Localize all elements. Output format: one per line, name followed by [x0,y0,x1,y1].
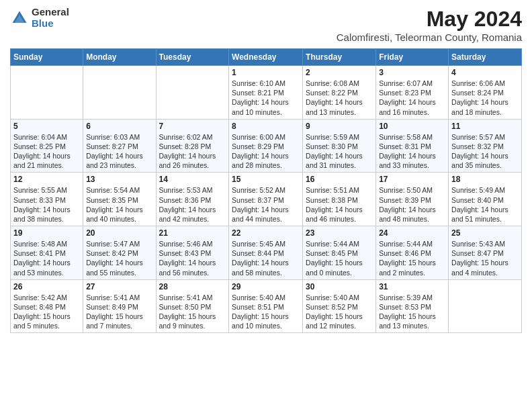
week-row-1: 5Sunrise: 6:04 AMSunset: 8:25 PMDaylight… [11,119,522,173]
day-info: Sunrise: 5:49 AMSunset: 8:40 PMDaylight:… [451,185,519,224]
day-info: Sunrise: 5:57 AMSunset: 8:32 PMDaylight:… [451,132,519,171]
calendar-cell: 21Sunrise: 5:46 AMSunset: 8:43 PMDayligh… [156,226,229,280]
calendar-cell: 6Sunrise: 6:03 AMSunset: 8:27 PMDaylight… [83,119,156,173]
day-number: 19 [13,228,80,238]
day-info: Sunrise: 5:40 AMSunset: 8:52 PMDaylight:… [306,293,373,331]
header-day-sunday: Sunday [11,49,83,66]
calendar-cell: 13Sunrise: 5:54 AMSunset: 8:35 PMDayligh… [83,173,156,226]
day-number: 3 [379,68,445,77]
day-info: Sunrise: 6:02 AMSunset: 8:28 PMDaylight:… [159,132,226,171]
day-info: Sunrise: 5:40 AMSunset: 8:51 PMDaylight:… [232,293,300,331]
calendar-cell: 5Sunrise: 6:04 AMSunset: 8:25 PMDaylight… [11,119,83,173]
day-number: 31 [379,282,445,291]
day-info: Sunrise: 5:44 AMSunset: 8:46 PMDaylight:… [379,239,445,277]
week-row-3: 19Sunrise: 5:48 AMSunset: 8:41 PMDayligh… [11,226,522,280]
calendar-cell [11,66,83,120]
calendar-header: SundayMondayTuesdayWednesdayThursdayFrid… [11,49,522,66]
day-info: Sunrise: 5:51 AMSunset: 8:38 PMDaylight:… [306,185,373,224]
day-info: Sunrise: 5:50 AMSunset: 8:39 PMDaylight:… [379,185,445,224]
day-info: Sunrise: 5:54 AMSunset: 8:35 PMDaylight:… [86,185,152,224]
calendar-cell: 25Sunrise: 5:43 AMSunset: 8:47 PMDayligh… [449,226,522,280]
page-header: General Blue May 2024 Calomfiresti, Tele… [10,7,522,43]
calendar-cell: 24Sunrise: 5:44 AMSunset: 8:46 PMDayligh… [376,226,449,280]
calendar-cell: 3Sunrise: 6:07 AMSunset: 8:23 PMDaylight… [376,66,449,120]
calendar-cell: 18Sunrise: 5:49 AMSunset: 8:40 PMDayligh… [449,173,522,226]
day-number: 8 [232,122,300,131]
title-block: May 2024 Calomfiresti, Teleorman County,… [337,7,522,43]
day-info: Sunrise: 5:43 AMSunset: 8:47 PMDaylight:… [451,239,519,277]
calendar-cell: 7Sunrise: 6:02 AMSunset: 8:28 PMDaylight… [156,119,229,173]
day-info: Sunrise: 5:41 AMSunset: 8:50 PMDaylight:… [159,293,226,331]
logo: General Blue [10,7,69,29]
calendar-cell: 2Sunrise: 6:08 AMSunset: 8:22 PMDaylight… [303,66,376,120]
calendar-cell: 8Sunrise: 6:00 AMSunset: 8:29 PMDaylight… [229,119,303,173]
day-number: 4 [451,68,519,77]
calendar-cell: 28Sunrise: 5:41 AMSunset: 8:50 PMDayligh… [156,279,229,333]
day-info: Sunrise: 5:48 AMSunset: 8:41 PMDaylight:… [13,239,80,277]
day-number: 28 [159,282,226,291]
day-number: 17 [379,175,445,184]
day-number: 29 [232,282,300,291]
day-number: 14 [159,175,226,184]
day-number: 26 [13,282,80,291]
day-number: 23 [306,228,373,238]
logo-icon [10,9,29,28]
day-number: 30 [306,282,373,291]
calendar-cell: 17Sunrise: 5:50 AMSunset: 8:39 PMDayligh… [376,173,449,226]
calendar-cell: 26Sunrise: 5:42 AMSunset: 8:48 PMDayligh… [11,279,83,333]
calendar-cell [83,66,156,120]
header-day-wednesday: Wednesday [229,49,303,66]
subtitle: Calomfiresti, Teleorman County, Romania [337,32,522,43]
header-day-monday: Monday [83,49,156,66]
day-number: 25 [451,228,519,238]
logo-text: General Blue [32,7,69,29]
day-number: 22 [232,228,300,238]
day-info: Sunrise: 5:41 AMSunset: 8:49 PMDaylight:… [86,293,152,331]
day-number: 20 [86,228,152,238]
day-number: 21 [159,228,226,238]
day-number: 10 [379,122,445,131]
header-day-thursday: Thursday [303,49,376,66]
week-row-0: 1Sunrise: 6:10 AMSunset: 8:21 PMDaylight… [11,66,522,120]
day-info: Sunrise: 5:46 AMSunset: 8:43 PMDaylight:… [159,239,226,277]
day-number: 7 [159,122,226,131]
day-info: Sunrise: 6:00 AMSunset: 8:29 PMDaylight:… [232,132,300,171]
calendar-cell: 27Sunrise: 5:41 AMSunset: 8:49 PMDayligh… [83,279,156,333]
day-number: 24 [379,228,445,238]
header-day-tuesday: Tuesday [156,49,229,66]
day-info: Sunrise: 6:06 AMSunset: 8:24 PMDaylight:… [451,79,519,117]
day-number: 9 [306,122,373,131]
calendar-cell: 4Sunrise: 6:06 AMSunset: 8:24 PMDaylight… [449,66,522,120]
calendar-cell: 11Sunrise: 5:57 AMSunset: 8:32 PMDayligh… [449,119,522,173]
calendar-cell: 23Sunrise: 5:44 AMSunset: 8:45 PMDayligh… [303,226,376,280]
day-info: Sunrise: 5:44 AMSunset: 8:45 PMDaylight:… [306,239,373,277]
calendar-cell: 1Sunrise: 6:10 AMSunset: 8:21 PMDaylight… [229,66,303,120]
day-info: Sunrise: 6:03 AMSunset: 8:27 PMDaylight:… [86,132,152,171]
day-info: Sunrise: 5:45 AMSunset: 8:44 PMDaylight:… [232,239,300,277]
calendar-cell: 22Sunrise: 5:45 AMSunset: 8:44 PMDayligh… [229,226,303,280]
calendar-cell: 19Sunrise: 5:48 AMSunset: 8:41 PMDayligh… [11,226,83,280]
day-info: Sunrise: 5:59 AMSunset: 8:30 PMDaylight:… [306,132,373,171]
day-number: 11 [451,122,519,131]
day-number: 1 [232,68,300,77]
day-number: 13 [86,175,152,184]
calendar-cell [449,279,522,333]
day-info: Sunrise: 5:42 AMSunset: 8:48 PMDaylight:… [13,293,80,331]
day-info: Sunrise: 6:08 AMSunset: 8:22 PMDaylight:… [306,79,373,117]
calendar-body: 1Sunrise: 6:10 AMSunset: 8:21 PMDaylight… [11,66,522,333]
day-info: Sunrise: 6:04 AMSunset: 8:25 PMDaylight:… [13,132,80,171]
calendar-cell: 15Sunrise: 5:52 AMSunset: 8:37 PMDayligh… [229,173,303,226]
day-number: 2 [306,68,373,77]
day-info: Sunrise: 5:39 AMSunset: 8:53 PMDaylight:… [379,293,445,331]
week-row-4: 26Sunrise: 5:42 AMSunset: 8:48 PMDayligh… [11,279,522,333]
logo-general: General [32,7,69,18]
day-info: Sunrise: 5:55 AMSunset: 8:33 PMDaylight:… [13,185,80,224]
calendar-cell: 12Sunrise: 5:55 AMSunset: 8:33 PMDayligh… [11,173,83,226]
calendar-cell [156,66,229,120]
day-info: Sunrise: 5:53 AMSunset: 8:36 PMDaylight:… [159,185,226,224]
calendar-cell: 10Sunrise: 5:58 AMSunset: 8:31 PMDayligh… [376,119,449,173]
calendar-cell: 20Sunrise: 5:47 AMSunset: 8:42 PMDayligh… [83,226,156,280]
calendar-table: SundayMondayTuesdayWednesdayThursdayFrid… [10,48,522,333]
calendar-cell: 14Sunrise: 5:53 AMSunset: 8:36 PMDayligh… [156,173,229,226]
day-number: 27 [86,282,152,291]
